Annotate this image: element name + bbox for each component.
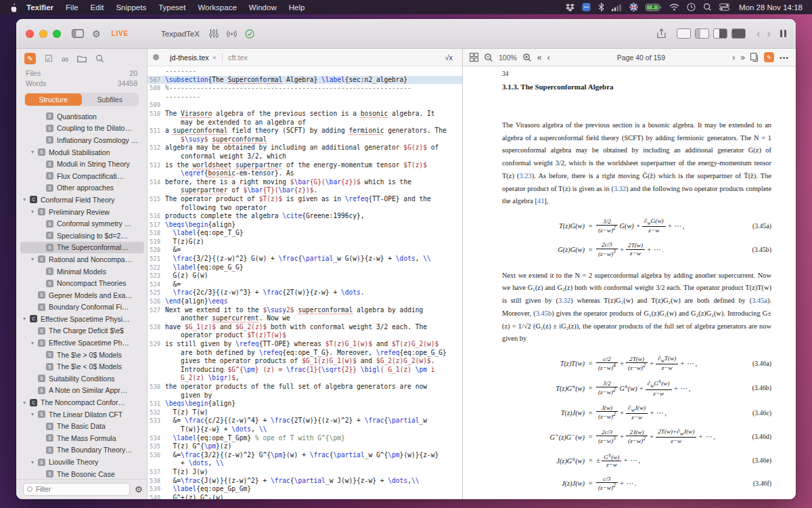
file-browser-mode-icon[interactable] <box>77 55 87 62</box>
disclosure-triangle-icon[interactable]: ▾ <box>31 411 38 417</box>
code-line[interactable]: gives the operator products of $G_1(z)G_… <box>148 357 462 366</box>
tree-item[interactable]: SThe Basic Data <box>20 420 144 432</box>
tab-structure[interactable]: Structure <box>25 93 82 106</box>
code-line[interactable]: another supercurrent. Now we <box>148 314 462 323</box>
cellular-icon[interactable] <box>612 3 622 12</box>
tree-item[interactable]: SFlux Compactificati… <box>20 170 144 182</box>
code-line[interactable]: may be extended to an algebra of <box>148 119 462 127</box>
code-line[interactable]: 527Next we extend it to the $\susy2$ sup… <box>148 306 462 315</box>
back-chevron-icon[interactable]: ‹ <box>757 28 761 39</box>
tree-item[interactable]: ▾SPreliminary Review <box>20 206 144 218</box>
code-line[interactable]: 519 T(z)G(z) <box>148 238 462 247</box>
filter-input[interactable] <box>23 483 130 496</box>
settings-gear-icon[interactable]: ⚙ <box>92 28 101 39</box>
tree-item[interactable]: SMinimal Models <box>20 266 144 278</box>
code-line[interactable]: are both defined by \refeq{eq:ope_T_G}. … <box>148 349 462 358</box>
code-line[interactable]: given by <box>148 391 462 400</box>
code-line[interactable]: 510The Virasoro algebra of the previous … <box>148 110 462 119</box>
code-line[interactable]: 540 G^+(z) G^-(w) <box>148 494 462 499</box>
code-line[interactable]: + \dots, \\ <box>148 459 462 468</box>
code-line[interactable]: -------- <box>148 67 462 76</box>
search-mode-icon[interactable] <box>95 54 104 63</box>
disclosure-triangle-icon[interactable]: ▾ <box>31 256 38 262</box>
code-line[interactable]: following two operator <box>148 204 462 213</box>
menu-help[interactable]: Help <box>283 3 311 12</box>
zoom-in-icon[interactable] <box>522 53 532 62</box>
disclosure-triangle-icon[interactable]: ▾ <box>31 209 38 215</box>
code-line[interactable]: 530the operator products of the full set… <box>148 383 462 391</box>
tree-item[interactable]: SOther approaches <box>20 182 144 194</box>
chat-app-icon[interactable] <box>582 3 591 12</box>
code-line[interactable]: conformal weight 3/2, which <box>148 152 462 161</box>
disclosure-triangle-icon[interactable]: ▾ <box>31 459 38 465</box>
code-line[interactable]: 521 \frac{3/2}{(z-w)^2} G(w) + \frac{\pa… <box>148 255 462 263</box>
code-line[interactable]: 517\beqs\begin{align} <box>148 221 462 230</box>
tree-item[interactable]: ▾SModuli Stabilisation <box>20 146 144 158</box>
forward-chevron-icon[interactable]: › <box>767 28 771 39</box>
outline-mode-icon[interactable]: ✎ <box>24 53 36 64</box>
spotlight-icon[interactable] <box>703 3 712 12</box>
menu-texifier[interactable]: Texifier <box>20 3 60 12</box>
last-page-icon[interactable]: » <box>740 53 745 62</box>
tree-item[interactable]: SThe Charge Deficit $\e$ <box>20 325 144 337</box>
view-editor-only-button[interactable] <box>677 28 691 39</box>
menu-edit[interactable]: Edit <box>85 3 110 12</box>
menu-workspace[interactable]: Workspace <box>191 3 242 12</box>
code-line[interactable]: 508%------------------------------------… <box>148 84 462 93</box>
disclosure-triangle-icon[interactable]: ▾ <box>23 316 30 322</box>
menu-window[interactable]: Window <box>243 3 283 12</box>
code-line[interactable]: 534 \label{eq:ope_T_Gpm} % ope of T with… <box>148 434 462 443</box>
tree-item[interactable]: SA Note on Similar Appr… <box>20 385 144 397</box>
next-page-icon[interactable]: › <box>732 53 735 62</box>
editor-tab[interactable]: cft.tex <box>223 54 253 62</box>
tree-item[interactable]: ▾SRational and Noncompa… <box>20 253 144 266</box>
tree-item[interactable]: SThe Boundary Theory… <box>20 444 144 457</box>
title-bar[interactable]: ⚙ LIVE TexpadTeX ‹ › <box>16 19 796 49</box>
code-line[interactable]: --------- <box>148 93 462 102</box>
tree-item[interactable]: SQuantisation <box>20 110 144 123</box>
code-line[interactable]: \eqref{bosonic-em-tensor}. As <box>148 169 462 178</box>
code-line[interactable]: 536 &=\frac{3/2}{(z-w)^2} G^{\pm}(w) + \… <box>148 451 462 460</box>
tree-item[interactable]: SThe Superconformal… <box>20 242 144 254</box>
sliders-icon[interactable] <box>209 29 219 38</box>
code-line[interactable]: 518 \label{eq:ope_T_G} <box>148 229 462 238</box>
zoom-out-icon[interactable] <box>484 53 493 62</box>
tree-item[interactable]: SModuli in String Theory <box>20 158 144 170</box>
view-split-left-button[interactable] <box>695 28 709 39</box>
page-indicator[interactable]: Page 40 of 159 <box>617 54 665 62</box>
tree-item[interactable]: SNoncompact Theories <box>20 277 144 289</box>
tree-item[interactable]: SGepner Models and Exa… <box>20 289 144 301</box>
code-line[interactable]: 535 T(z) G^{\pm}(z) <box>148 442 462 451</box>
menu-file[interactable]: File <box>60 3 85 12</box>
tree-item[interactable]: SThe $\e < 0$ Models <box>20 360 144 373</box>
broadcast-icon[interactable] <box>227 30 237 38</box>
code-line[interactable]: Introducing $G^{\pm} (z) = \frac{1}{\sqr… <box>148 366 462 375</box>
close-window-button[interactable] <box>26 30 34 38</box>
tree-item[interactable]: SThe $\e > 0$ Models <box>20 349 144 361</box>
tree-item[interactable]: ▾SThe Linear Dilaton CFT <box>20 408 144 421</box>
filter-settings-gear-icon[interactable]: ⚙ <box>135 484 143 494</box>
code-area[interactable]: --------507\subsection{The Superconforma… <box>148 66 462 499</box>
code-line[interactable]: 528have $G_1(z)$ and $G_2(z)$ both with … <box>148 323 462 332</box>
minimize-window-button[interactable] <box>39 30 47 38</box>
control-center-icon[interactable] <box>719 3 729 11</box>
code-line[interactable]: 520 &= <box>148 246 462 255</box>
tree-item[interactable]: SThe Mass Formula <box>20 432 144 444</box>
code-line[interactable]: 522 \label{eq:ope_G_G} <box>148 263 462 272</box>
zoom-level[interactable]: 100% <box>499 54 517 62</box>
code-line[interactable]: 533 &= \frac{c/2}{(z-w)^4} + \frac{2T(w)… <box>148 417 462 425</box>
tree-item[interactable]: ▾SEffective Spacetime Ph… <box>20 337 144 349</box>
code-line[interactable]: G_2(z) \bigr)$, <box>148 374 462 383</box>
code-line[interactable]: 514before, there is a right moving $\bar… <box>148 178 462 187</box>
dropbox-icon[interactable] <box>566 3 574 12</box>
view-pdf-only-button[interactable] <box>731 28 746 39</box>
tree-item[interactable]: SCoupling to the Dilato… <box>20 123 144 135</box>
more-options-icon[interactable]: ••• <box>780 54 789 62</box>
clock-icon[interactable] <box>687 3 696 12</box>
code-line[interactable]: T(w)}{z-w} + \dots, \\ <box>148 425 462 434</box>
tree-item[interactable]: ▾CThe Noncompact Confor… <box>20 396 144 408</box>
tree-item[interactable]: SThe Bosonic Case <box>20 468 144 479</box>
first-page-icon[interactable]: « <box>537 53 542 62</box>
code-line[interactable]: 523 G(z) G(w) <box>148 272 462 280</box>
share-icon[interactable] <box>657 28 666 39</box>
